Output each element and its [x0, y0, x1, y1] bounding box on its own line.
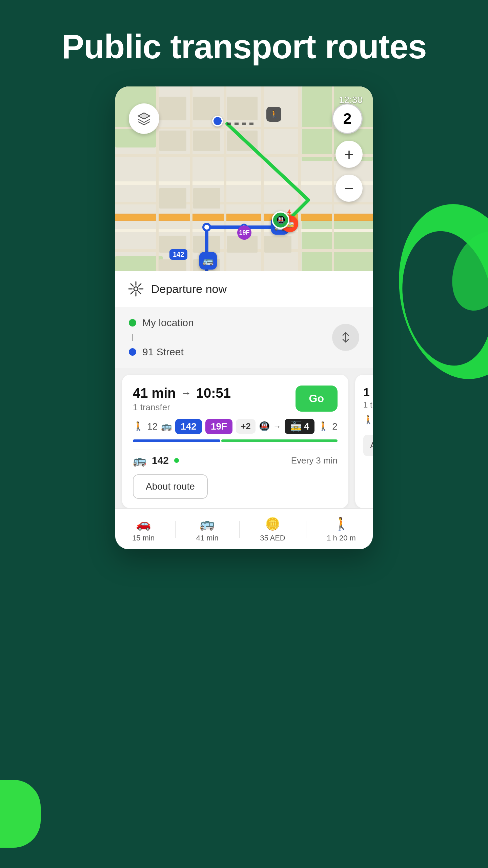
bus-stop-marker-1: 🚌: [199, 252, 217, 270]
svg-rect-28: [159, 188, 186, 209]
svg-rect-24: [227, 97, 258, 120]
svg-line-46: [131, 284, 133, 286]
route-header: 41 min → 10:51 1 transfer Go: [133, 386, 338, 413]
tab-taxi[interactable]: 🪙 35 AED: [260, 517, 285, 542]
from-dot: [129, 319, 136, 327]
route-start-marker: [212, 116, 223, 126]
location-connector: [132, 334, 133, 341]
metro-icon: 🚇: [259, 421, 270, 432]
route-duration: 41 min → 10:51: [133, 386, 231, 401]
route-transfer: 1 transfer: [133, 402, 231, 413]
walk-tab-icon: 🚶: [334, 517, 349, 531]
svg-line-47: [139, 292, 141, 294]
location-from: My location: [129, 317, 194, 329]
route-card-primary: 41 min → 10:51 1 transfer Go 🚶 12 🚌 142 …: [122, 375, 348, 508]
partial-about: Ab: [363, 435, 373, 456]
bus-frequency: Every 3 min: [291, 455, 338, 466]
bus-icon-small: 🚌: [133, 454, 146, 467]
decorative-blob-bottom: [0, 780, 41, 848]
svg-rect-22: [159, 97, 186, 120]
metro-stop-marker: 🚇: [272, 211, 289, 229]
partial-duration: 1 h: [363, 386, 373, 399]
walk-icon-1: 🚶: [133, 421, 144, 432]
car-icon: 🚗: [136, 517, 151, 531]
from-label: My location: [142, 317, 194, 329]
swap-locations-button[interactable]: [332, 324, 359, 351]
map-area: 12:30 2 + − 🚌 🚌 142 19F: [115, 86, 373, 307]
svg-point-41: [134, 287, 138, 291]
zoom-out-button[interactable]: −: [336, 175, 363, 202]
map-layers-button[interactable]: [129, 103, 159, 134]
bus-line-19F: 19F: [205, 419, 232, 434]
tab-drive[interactable]: 🚗 15 min: [132, 517, 155, 542]
drive-time: 15 min: [132, 534, 155, 542]
route-cards-container: 41 min → 10:51 1 transfer Go 🚶 12 🚌 142 …: [115, 368, 373, 508]
bus-line-label-19F-marker: 19F: [237, 225, 251, 240]
route-count-badge: 2: [332, 103, 363, 134]
about-route-button[interactable]: About route: [133, 474, 208, 499]
bottom-tab-bar: 🚗 15 min 🚌 41 min 🪙 35 AED 🚶 1 h 20 m: [115, 508, 373, 549]
tram-icon: 🚋: [290, 421, 302, 432]
progress-green: [221, 439, 338, 442]
departure-bar: Departure now: [115, 271, 373, 307]
transport-icons-row: 🚶 12 🚌 142 19F +2 🚇 → 🚋 4 🚶 2: [133, 419, 338, 434]
partial-transfer: 1 tra: [363, 400, 373, 410]
bus-line-left: 🚌 142: [133, 454, 179, 467]
svg-rect-29: [193, 188, 220, 209]
tab-walk[interactable]: 🚶 1 h 20 m: [327, 517, 356, 542]
bus-line-row: 🚌 142 Every 3 min: [133, 450, 338, 471]
zoom-in-button[interactable]: +: [336, 141, 363, 168]
layers-icon: [136, 111, 152, 126]
card-wrapper: 12:30 2 + − 🚌 🚌 142 19F: [0, 86, 488, 549]
location-points: My location 91 Street: [129, 317, 194, 358]
page-title: Public transport routes: [14, 27, 474, 66]
svg-rect-26: [193, 131, 220, 151]
swap-icon: [340, 331, 352, 343]
svg-line-48: [139, 284, 141, 286]
walk-icon-2: 🚶: [318, 421, 329, 432]
settings-icon: [127, 280, 144, 297]
bus-tab-icon: 🚌: [200, 517, 215, 531]
to-label: 91 Street: [142, 346, 184, 358]
bus-line-number: 142: [152, 455, 169, 466]
tab-separator-3: [306, 521, 306, 538]
route-progress-bar: [133, 439, 338, 442]
bus-line-label-142: 142: [169, 249, 187, 260]
walk-num-2: 2: [332, 421, 338, 432]
svg-rect-25: [159, 131, 186, 151]
walk-icon: 🚶: [266, 107, 281, 122]
progress-blue: [133, 439, 220, 442]
main-card: 12:30 2 + − 🚌 🚌 142 19F: [115, 86, 373, 549]
location-row: My location 91 Street: [115, 307, 373, 368]
go-button[interactable]: Go: [296, 386, 338, 412]
tab-separator-2: [239, 521, 240, 538]
taxi-price: 35 AED: [260, 534, 285, 542]
walk-time: 1 h 20 m: [327, 534, 356, 542]
route-card-secondary: 1 h 1 tra 🚶 1 Ab: [355, 375, 373, 508]
tram-line-4: 🚋 4: [285, 419, 315, 434]
arrow-icon: →: [273, 422, 281, 431]
header: Public transport routes: [0, 0, 488, 86]
departure-label: Departure now: [151, 282, 227, 296]
bus-time: 41 min: [196, 534, 219, 542]
walk-num-1: 12: [147, 421, 158, 432]
svg-line-49: [131, 292, 133, 294]
tab-separator-1: [175, 521, 176, 538]
bus-icon-1: 🚌: [161, 421, 172, 432]
taxi-icon: 🪙: [265, 517, 280, 531]
bus-live-dot: [174, 458, 179, 463]
tab-bus[interactable]: 🚌 41 min: [196, 517, 219, 542]
bus-line-142: 142: [175, 419, 202, 434]
svg-point-36: [203, 224, 210, 231]
location-to: 91 Street: [129, 346, 194, 358]
partial-walk: 🚶 1: [363, 415, 373, 425]
more-stops: +2: [236, 419, 256, 434]
departure-settings-icon[interactable]: [127, 280, 144, 297]
svg-rect-33: [264, 236, 291, 253]
to-dot: [129, 348, 136, 356]
route-time-info: 41 min → 10:51 1 transfer: [133, 386, 231, 413]
